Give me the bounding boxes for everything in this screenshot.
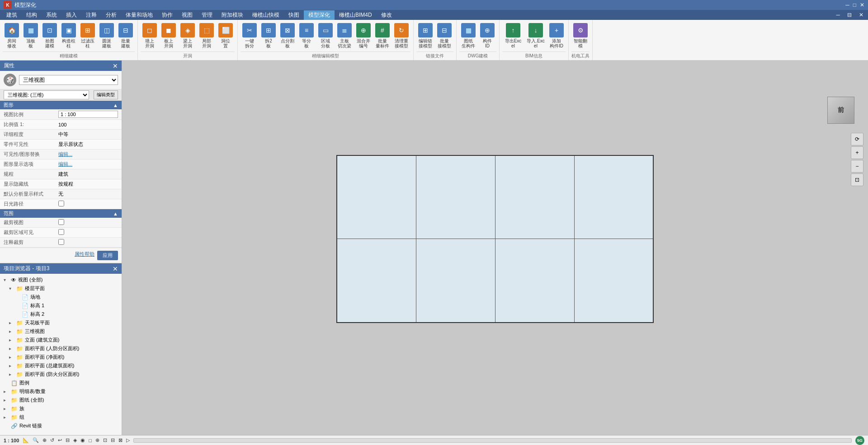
ribbon-btn-local-hole[interactable]: ⬚ 局部开洞 (198, 22, 216, 50)
tool-zoom-out[interactable]: − (851, 160, 863, 173)
close-btn[interactable]: ✕ (860, 2, 864, 8)
tree-level-1[interactable]: 📄 标高 1 (0, 301, 122, 310)
ribbon-btn-component-id[interactable]: ⊕ 构件ID (478, 22, 496, 50)
minimize-btn[interactable]: ─ (845, 2, 849, 8)
tree-families[interactable]: ▸ 📁 族 (0, 404, 122, 413)
vis-replace-link[interactable]: 编辑... (58, 151, 72, 157)
graphics-opts-link[interactable]: 编辑... (58, 161, 72, 167)
ribbon-btn-board-hole[interactable]: ◼ 板上开洞 (160, 22, 178, 50)
prop-apply-btn[interactable]: 应用 (97, 251, 118, 260)
status-icon-9[interactable]: □ (89, 438, 92, 443)
annotation-crop-checkbox[interactable] (58, 239, 64, 245)
ribbon-btn-pickup[interactable]: ⊡ 拾图建模 (41, 22, 59, 50)
ribbon-btn-equal-split[interactable]: ≡ 等分板 (297, 22, 316, 50)
tree-level-2[interactable]: 📄 标高 2 (0, 310, 122, 319)
tree-floor-plans[interactable]: ▾ 📁 楼层平面 (0, 284, 122, 293)
status-icon-4[interactable]: ↺ (50, 437, 54, 443)
sun-path-checkbox[interactable] (58, 201, 64, 206)
status-icon-14[interactable]: ▷ (126, 437, 130, 443)
tree-revit-links[interactable]: 🔗 Revit 链接 (0, 422, 122, 430)
status-icon-1[interactable]: 📐 (23, 437, 29, 443)
tool-fit[interactable]: ⊡ (851, 173, 863, 186)
tree-area-total[interactable]: ▸ 📁 面积平面 (总建筑面积) (0, 361, 122, 370)
tree-views-all[interactable]: ▾ 👁 视图 (全部) (0, 276, 122, 284)
ribbon-btn-batch-build[interactable]: ⊟ 批量建板 (117, 22, 135, 50)
ribbon-btn-main-board[interactable]: ≣ 主板切次梁 (335, 22, 354, 50)
ribbon-btn-beam-hole[interactable]: ◈ 梁上开洞 (179, 22, 197, 50)
menu-fenxi[interactable]: 分析 (101, 10, 121, 20)
prop-help-link[interactable]: 属性帮助 (75, 251, 94, 260)
tree-sheets[interactable]: ▸ 📁 图纸 (全部) (0, 396, 122, 404)
status-icon-8[interactable]: ◉ (80, 437, 85, 443)
nav-cube[interactable]: 前 (827, 97, 854, 124)
tool-zoom-in[interactable]: + (851, 146, 863, 159)
ribbon-close-btn[interactable]: ✕ (856, 11, 866, 19)
status-icon-13[interactable]: ⊠ (118, 437, 123, 443)
ribbon-btn-round[interactable]: ◫ 圆派建板 (98, 22, 116, 50)
nav-cube-front[interactable]: 前 (827, 97, 854, 124)
tree-ceiling-plans[interactable]: ▸ 📁 天花板平面 (0, 319, 122, 327)
ribbon-minimize-btn[interactable]: ─ (833, 11, 843, 19)
ribbon-btn-wall-hole[interactable]: ◻ 墙上开洞 (141, 22, 159, 50)
tree-3d-views[interactable]: ▸ 📁 三维视图 (0, 327, 122, 336)
menu-ganshanshan[interactable]: 橄榄山快模 (248, 10, 284, 20)
status-icon-2[interactable]: 🔍 (33, 437, 39, 443)
menu-tiliangchangdi[interactable]: 体量和场地 (121, 10, 157, 20)
properties-close-btn[interactable]: ✕ (113, 63, 118, 69)
view-name-dropdown[interactable]: 三维视图: (三维) (4, 90, 89, 99)
ribbon-btn-edit-link[interactable]: ⊞ 编辑链接模型 (416, 22, 434, 50)
menu-hezuo[interactable]: 协作 (157, 10, 177, 20)
ribbon-btn-clean[interactable]: ↻ 清理重接模型 (392, 22, 410, 50)
edit-type-btn[interactable]: 编辑类型 (94, 90, 118, 99)
menu-guanli[interactable]: 管理 (197, 10, 217, 20)
maximize-btn[interactable]: □ (853, 2, 856, 8)
tree-groups[interactable]: ▸ 📁 组 (0, 413, 122, 422)
view-type-dropdown[interactable]: 三维视图 (19, 75, 118, 85)
ribbon-btn-split2[interactable]: ⊞ 拆2板 (259, 22, 278, 50)
status-icon-11[interactable]: ⊡ (103, 437, 107, 443)
menu-xitong[interactable]: 系统 (42, 10, 61, 20)
ribbon-btn-column[interactable]: ▣ 构造柱柱 (60, 22, 78, 50)
menu-jianzhu[interactable]: 建筑 (2, 10, 22, 20)
menu-shitu[interactable]: 视图 (177, 10, 197, 20)
ribbon-btn-export-excel[interactable]: ↑ 导出Excel (502, 22, 524, 50)
tree-legend[interactable]: 📋 图例 (0, 379, 122, 387)
menu-zhushi[interactable]: 注释 (81, 10, 101, 20)
menu-xiugai[interactable]: 修改 (377, 10, 396, 20)
menu-kuaitu[interactable]: 快图 (284, 10, 304, 20)
tree-area-civil[interactable]: ▸ 📁 面积平面 (人防分区面积) (0, 344, 122, 353)
menu-fujia[interactable]: 附加模块 (217, 10, 248, 20)
ribbon-btn-filter[interactable]: ⊞ 过滤压柱 (79, 22, 97, 50)
status-icon-6[interactable]: ⊟ (66, 437, 70, 443)
tree-site[interactable]: 📄 场地 (0, 293, 122, 301)
scale-input[interactable] (58, 111, 118, 118)
status-icon-5[interactable]: ↩ (58, 437, 62, 443)
ribbon-btn-floor[interactable]: ▦ 顶板板 (22, 22, 40, 50)
tree-area-net[interactable]: ▸ 📁 面积平面 (净面积) (0, 353, 122, 361)
crop-visible-checkbox[interactable] (58, 229, 64, 235)
ribbon-btn-hole-pos[interactable]: ⬜ 洞位置 (217, 22, 235, 50)
ribbon-btn-room[interactable]: 🏠 房间修改 (3, 22, 21, 50)
tree-schedules[interactable]: ▸ 📁 明细表/数量 (0, 387, 122, 396)
ribbon-btn-add-id[interactable]: + 添加构件ID (547, 22, 566, 50)
menu-ganshanshan-bim4d[interactable]: 橄榄山BIM4D (335, 10, 377, 20)
ribbon-btn-point-split[interactable]: ⊠ 点分割板 (278, 22, 297, 50)
status-icon-7[interactable]: ◈ (73, 437, 77, 443)
status-icon-10[interactable]: ⊕ (95, 437, 99, 443)
ribbon-btn-region-split[interactable]: ▭ 区域分板 (316, 22, 335, 50)
statusbar-scrolltrack[interactable] (133, 438, 852, 443)
tree-area-fire[interactable]: ▸ 📁 面积平面 (防火分区面积) (0, 370, 122, 379)
menu-jiegou[interactable]: 结构 (22, 10, 42, 20)
ribbon-btn-import-excel[interactable]: ↓ 导入.Excel (525, 22, 547, 50)
ribbon-btn-smart-model[interactable]: ⚙ 智能翻模 (571, 22, 590, 50)
status-icon-12[interactable]: ⊟ (111, 437, 115, 443)
ribbon-settings-btn[interactable]: ⊟ (844, 11, 854, 19)
ribbon-btn-drawing-build[interactable]: ▦ 图纸生构件 (459, 22, 477, 50)
ribbon-btn-batch-qty[interactable]: # 批量量标件 (373, 22, 392, 50)
browser-close-btn[interactable]: ✕ (113, 266, 118, 272)
tool-orbit[interactable]: ⟳ (851, 133, 863, 145)
ribbon-btn-merge[interactable]: ⊕ 混合并编号 (354, 22, 373, 50)
status-icon-3[interactable]: ⊕ (42, 437, 47, 443)
menu-moxing[interactable]: 模型深化 (304, 10, 335, 20)
menu-charu[interactable]: 插入 (61, 10, 81, 20)
